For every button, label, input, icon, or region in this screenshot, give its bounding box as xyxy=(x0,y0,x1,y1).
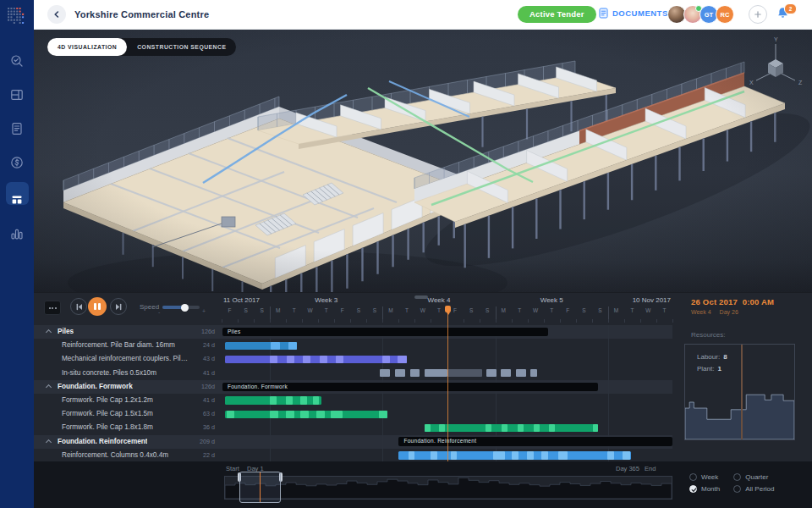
active-tender-button[interactable]: Active Tender xyxy=(518,6,596,23)
gantt-bar-block[interactable] xyxy=(410,369,420,378)
day-tick xyxy=(238,319,239,323)
more-options-button[interactable] xyxy=(44,301,61,315)
gantt-bar-block[interactable] xyxy=(395,369,405,378)
day-tick xyxy=(318,319,319,323)
gantt-bar-block[interactable] xyxy=(380,369,390,378)
overview-minimap[interactable] xyxy=(224,476,672,500)
speed-plus[interactable]: + xyxy=(202,308,206,314)
axis-z-label: Z xyxy=(798,80,803,86)
sidebar xyxy=(0,0,34,508)
gantt-bar-block[interactable] xyxy=(486,369,496,378)
day-letter: F xyxy=(222,307,238,313)
resources-time-cursor xyxy=(741,345,743,439)
documents-link[interactable]: DOCUMENTS xyxy=(599,8,668,19)
speed-minus[interactable]: - xyxy=(158,309,160,315)
task-row[interactable]: Piles126d xyxy=(34,325,222,339)
speed-slider[interactable] xyxy=(162,306,200,309)
gantt-bar-block[interactable] xyxy=(447,369,482,378)
task-row[interactable]: Foundation. Formwork126d xyxy=(34,380,222,394)
current-week-day: Week 4Day 26 xyxy=(691,309,738,315)
tab-4d-visualization[interactable]: 4D VISUALIZATION xyxy=(47,38,127,56)
time-cursor-pin[interactable] xyxy=(445,306,451,312)
day-letter: T xyxy=(286,307,302,313)
task-name: Foundation. Reinforcement xyxy=(58,435,147,449)
task-row[interactable]: Reinforcement. Pile Bar diam. 16mm24 d xyxy=(34,339,222,352)
skip-to-start-button[interactable] xyxy=(70,298,87,315)
sidebar-item-search[interactable] xyxy=(0,47,34,75)
day-tick xyxy=(512,319,513,323)
sidebar-item-finance[interactable] xyxy=(0,148,34,177)
gantt-bar[interactable] xyxy=(225,356,407,364)
period-radio-all-period[interactable]: All Period xyxy=(733,485,774,493)
gantt-group-bar[interactable]: Foundation. Formwork xyxy=(222,383,598,392)
task-row[interactable]: In-situ concrete. Piles 0.5x10m41 d xyxy=(34,367,222,380)
collapse-caret-icon[interactable] xyxy=(46,384,52,390)
sidebar-item-analytics[interactable] xyxy=(0,219,34,248)
task-row[interactable]: Formwork. Pile Cap 1.2x1.2m41 d xyxy=(34,394,222,407)
ruler-date-label: Week 4 xyxy=(427,296,450,304)
navigation-cube[interactable]: Y X Z xyxy=(738,34,812,88)
app-logo[interactable] xyxy=(8,8,26,26)
day-tick xyxy=(254,319,255,323)
avatar[interactable]: RC xyxy=(716,5,734,24)
gantt-bar[interactable] xyxy=(225,411,387,419)
documents-label: DOCUMENTS xyxy=(612,8,668,18)
day-letter: W xyxy=(640,307,656,313)
notifications-button[interactable]: 2 xyxy=(776,7,792,22)
gantt-group-bar[interactable]: Piles xyxy=(222,328,548,337)
gantt-bar-segment xyxy=(549,424,555,433)
task-row[interactable]: Formwork. Pile Cap 1.5x1.5m63 d xyxy=(34,407,222,421)
sidebar-item-projects[interactable] xyxy=(0,80,34,109)
period-radio-week[interactable]: Week xyxy=(689,473,720,481)
period-radio-month[interactable]: Month xyxy=(689,485,720,493)
gantt-bar-segment xyxy=(313,396,320,405)
axis-y-label: Y xyxy=(774,36,778,42)
day-tick xyxy=(672,319,673,323)
gantt-bar-segment xyxy=(541,451,549,460)
gantt-group-bar[interactable]: Foundation. Reinforcement xyxy=(398,437,672,446)
gantt-bar-segment xyxy=(286,411,294,419)
add-user-button[interactable] xyxy=(749,5,767,24)
back-button[interactable] xyxy=(47,5,66,24)
gantt-bar-segment xyxy=(502,424,508,433)
day-letter: T xyxy=(318,307,334,313)
period-radio-quarter[interactable]: Quarter xyxy=(733,473,774,481)
collapse-caret-icon[interactable] xyxy=(46,439,52,445)
gantt-bar[interactable] xyxy=(398,451,630,460)
gantt-bar-block[interactable] xyxy=(530,369,538,378)
task-row[interactable]: Reinforcement. Columns 0.4x0.4m22 d xyxy=(34,449,222,462)
task-duration: 209 d xyxy=(200,435,215,449)
day-letter: W xyxy=(302,307,318,313)
overview-selection-window[interactable] xyxy=(239,472,281,503)
tab-construction-sequence[interactable]: CONSTRUCTION SEQUENCE xyxy=(127,38,236,56)
task-row[interactable]: Mechanical reinforcement couplers. Piles… xyxy=(34,352,222,366)
gantt-bar-segment xyxy=(409,451,415,460)
gantt-bar-block[interactable] xyxy=(516,369,525,378)
skip-to-end-button[interactable] xyxy=(110,298,127,315)
ruler-date-label: Week 3 xyxy=(315,296,337,304)
gantt-bar[interactable] xyxy=(225,396,321,405)
gantt-bar-segment xyxy=(382,356,390,364)
time-cursor-line[interactable] xyxy=(447,313,448,462)
current-datetime: 26 Oct 2017 0:00 AM xyxy=(691,297,774,306)
gantt-bar-segment xyxy=(425,424,431,433)
day-letter: W xyxy=(414,307,431,313)
collapse-caret-icon[interactable] xyxy=(46,329,52,335)
3d-viewport-canvas[interactable]: 4D VISUALIZATION CONSTRUCTION SEQUENCE Y… xyxy=(34,29,812,292)
gantt-bar-segment xyxy=(336,356,343,364)
pause-button[interactable] xyxy=(88,297,107,316)
sidebar-item-planner-active[interactable] xyxy=(0,185,34,214)
speed-slider-thumb[interactable] xyxy=(181,304,189,312)
day-tick xyxy=(640,319,641,323)
task-row[interactable]: Formwork. Pile Cap 1.8x1.8m36 d xyxy=(34,421,222,434)
gantt-bar-segment xyxy=(398,356,406,364)
gantt-bar-segment xyxy=(270,356,277,364)
gantt-bar[interactable] xyxy=(225,342,298,351)
radio-icon xyxy=(733,473,741,481)
gantt-bar-block[interactable] xyxy=(501,369,510,378)
gantt-bar-block[interactable] xyxy=(425,369,448,378)
day-tick xyxy=(270,319,271,323)
gantt-bar[interactable] xyxy=(425,424,599,433)
task-row[interactable]: Foundation. Reinforcement209 d xyxy=(34,435,222,449)
sidebar-item-documents[interactable] xyxy=(0,114,34,143)
